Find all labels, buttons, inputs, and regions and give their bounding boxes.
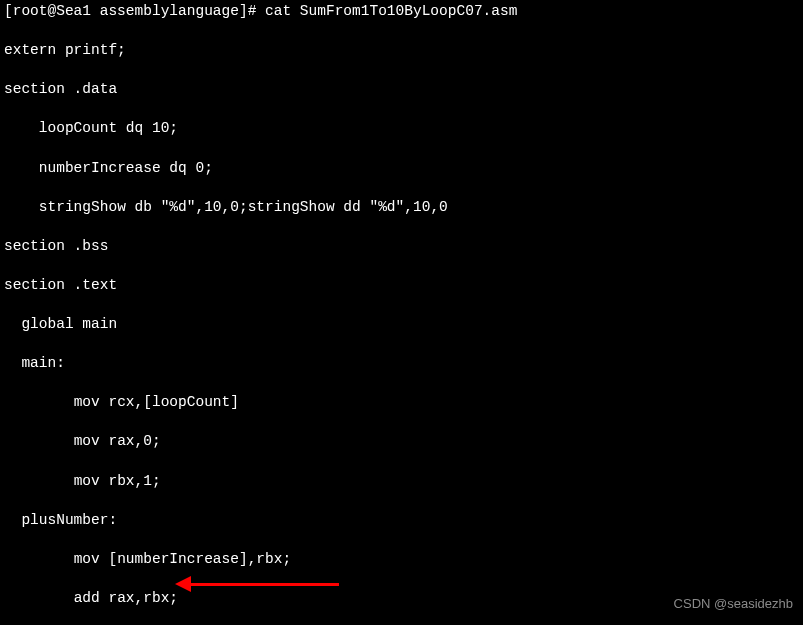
code-line: extern printf; [4, 41, 799, 61]
code-line: mov rbx,1; [4, 472, 799, 492]
code-line: section .bss [4, 237, 799, 257]
code-line: mov rcx,[loopCount] [4, 393, 799, 413]
code-line: loopCount dq 10; [4, 119, 799, 139]
code-line: plusNumber: [4, 511, 799, 531]
code-line: stringShow db "%d",10,0;stringShow dd "%… [4, 198, 799, 218]
code-line: global main [4, 315, 799, 335]
watermark-text: CSDN @seasidezhb [674, 595, 793, 613]
terminal-output: [root@Sea1 assemblylanguage]# cat SumFro… [4, 2, 799, 625]
code-line: section .data [4, 80, 799, 100]
prompt-line[interactable]: [root@Sea1 assemblylanguage]# cat SumFro… [4, 2, 799, 22]
code-line: numberIncrease dq 0; [4, 159, 799, 179]
code-line: main: [4, 354, 799, 374]
code-line: mov rax,0; [4, 432, 799, 452]
code-line: section .text [4, 276, 799, 296]
code-line: mov [numberIncrease],rbx; [4, 550, 799, 570]
